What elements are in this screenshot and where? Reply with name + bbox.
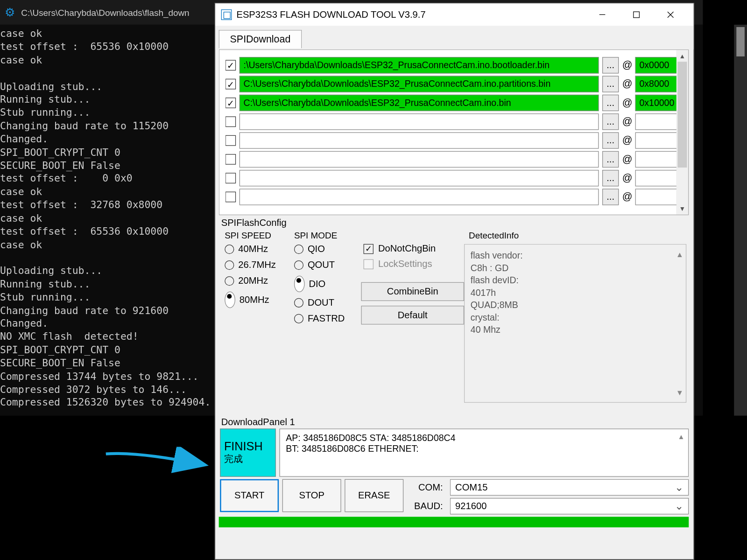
spi-speed-option[interactable]: 20MHz xyxy=(225,276,292,287)
spiflashconfig-label: SPIFlashConfig xyxy=(215,215,693,229)
spi-speed-label: SPI SPEED xyxy=(222,229,292,244)
file-row: ... @ xyxy=(226,150,683,168)
stop-button[interactable]: STOP xyxy=(282,479,341,512)
file-address-input[interactable] xyxy=(635,170,683,186)
tab-strip: SPIDownload xyxy=(215,26,693,49)
browse-button[interactable]: ... xyxy=(602,57,619,73)
file-address-input[interactable]: 0x0000 xyxy=(635,57,683,73)
flash-tool-window: ESP32S3 FLASH DOWNLOAD TOOL V3.9.7 SPIDo… xyxy=(215,3,694,560)
downloadpanel-label: DownloadPanel 1 xyxy=(215,413,693,429)
file-checkbox[interactable] xyxy=(226,60,236,70)
spi-mode-label: SPI MODE xyxy=(292,229,361,244)
annotation-arrow xyxy=(103,447,211,482)
tab-spidownload[interactable]: SPIDownload xyxy=(219,30,302,48)
at-symbol: @ xyxy=(622,191,632,203)
file-path-input[interactable] xyxy=(240,113,599,130)
spi-mode-option[interactable]: DIO xyxy=(294,276,361,292)
spi-mode-option[interactable]: DOUT xyxy=(294,297,361,308)
browse-button[interactable]: ... xyxy=(602,132,619,148)
com-select[interactable]: COM15 xyxy=(450,479,689,496)
radio-icon xyxy=(225,292,235,308)
at-symbol: @ xyxy=(622,78,632,90)
spi-speed-option[interactable]: 80MHz xyxy=(225,292,292,308)
status-line1: FINISH xyxy=(224,440,272,453)
at-symbol: @ xyxy=(622,59,632,71)
file-address-input[interactable] xyxy=(635,132,683,148)
file-path-input[interactable]: C:\Users\Charybda\Downloads\ESP32_PrusaC… xyxy=(240,76,599,92)
file-checkbox[interactable] xyxy=(226,98,236,108)
start-button[interactable]: START xyxy=(220,479,279,512)
file-path-input[interactable] xyxy=(240,151,599,168)
file-checkbox[interactable] xyxy=(226,79,236,90)
file-address-input[interactable]: 0x8000 xyxy=(635,76,683,92)
browse-button[interactable]: ... xyxy=(602,151,619,168)
browse-button[interactable]: ... xyxy=(602,113,619,130)
browse-button[interactable]: ... xyxy=(602,76,619,92)
file-list-pane: :\Users\Charybda\Downloads\ESP32_PrusaCo… xyxy=(219,49,689,215)
at-symbol: @ xyxy=(622,134,632,146)
file-list-scrollbar[interactable]: ▲▼ xyxy=(677,50,688,215)
radio-icon xyxy=(294,245,303,254)
checkbox-icon xyxy=(364,244,374,253)
scroll-up-icon[interactable]: ▲ xyxy=(677,433,684,441)
file-path-input[interactable]: C:\Users\Charybda\Downloads\ESP32_PrusaC… xyxy=(240,95,599,111)
browse-button[interactable]: ... xyxy=(602,189,619,205)
file-path-input[interactable] xyxy=(240,189,599,205)
radio-icon xyxy=(225,245,234,254)
status-line2: 完成 xyxy=(224,453,272,465)
browse-button[interactable]: ... xyxy=(602,170,619,186)
detectedinfo-text: flash vendor: C8h : GD flash devID: 4017… xyxy=(471,251,523,335)
terminal-title-text: C:\Users\Charybda\Downloads\flash_down xyxy=(21,7,189,17)
file-row: ... @ xyxy=(226,188,683,206)
at-symbol: @ xyxy=(622,172,632,184)
radio-icon xyxy=(225,276,234,286)
locksettings-checkbox[interactable]: LockSettings xyxy=(361,259,464,269)
status-box: FINISH 完成 xyxy=(220,428,276,476)
file-row: C:\Users\Charybda\Downloads\ESP32_PrusaC… xyxy=(226,93,683,112)
radio-icon xyxy=(294,314,303,323)
radio-icon xyxy=(294,298,303,308)
file-row: :\Users\Charybda\Downloads\ESP32_PrusaCo… xyxy=(226,56,683,75)
scroll-up-icon[interactable]: ▲ xyxy=(676,248,684,260)
checkbox-icon xyxy=(364,259,374,269)
file-path-input[interactable]: :\Users\Charybda\Downloads\ESP32_PrusaCo… xyxy=(240,57,599,73)
file-checkbox[interactable] xyxy=(226,135,236,146)
detectedinfo-label: DetectedInfo xyxy=(464,229,686,244)
mac-info-box: AP: 3485186D08C5 STA: 3485186D08C4 BT: 3… xyxy=(279,428,689,476)
maximize-button[interactable] xyxy=(620,4,654,26)
minimize-button[interactable] xyxy=(585,4,620,26)
at-symbol: @ xyxy=(622,116,632,127)
file-path-input[interactable] xyxy=(240,132,599,148)
erase-button[interactable]: ERASE xyxy=(345,479,403,512)
radio-icon xyxy=(294,276,305,292)
file-checkbox[interactable] xyxy=(226,154,236,165)
file-checkbox[interactable] xyxy=(226,173,236,183)
baud-select[interactable]: 921600 xyxy=(450,498,689,514)
file-address-input[interactable] xyxy=(635,151,683,168)
spi-mode-option[interactable]: QOUT xyxy=(294,260,361,271)
browse-button[interactable]: ... xyxy=(602,95,619,111)
file-address-input[interactable] xyxy=(635,113,683,130)
file-row: ... @ xyxy=(226,131,683,150)
donotchgbin-checkbox[interactable]: DoNotChgBin xyxy=(361,244,464,254)
file-path-input[interactable] xyxy=(240,170,599,186)
app-icon xyxy=(221,9,232,20)
gear-icon: ⚙ xyxy=(5,5,15,19)
default-button[interactable]: Default xyxy=(361,306,464,324)
close-button[interactable] xyxy=(654,4,688,26)
scroll-down-icon[interactable]: ▼ xyxy=(676,386,684,399)
file-address-input[interactable] xyxy=(635,189,683,205)
file-row: C:\Users\Charybda\Downloads\ESP32_PrusaC… xyxy=(226,75,683,93)
baud-label: BAUD: xyxy=(407,501,445,511)
terminal-scrollbar[interactable] xyxy=(734,25,747,416)
file-address-input[interactable]: 0x10000 xyxy=(635,95,683,111)
spi-speed-option[interactable]: 40MHz xyxy=(225,244,292,255)
spi-mode-option[interactable]: QIO xyxy=(294,244,361,255)
spi-mode-option[interactable]: FASTRD xyxy=(294,313,361,324)
file-checkbox[interactable] xyxy=(226,116,236,127)
combinebin-button[interactable]: CombineBin xyxy=(361,282,464,301)
spi-speed-option[interactable]: 26.7MHz xyxy=(225,260,292,271)
file-row: ... @ xyxy=(226,169,683,188)
window-titlebar[interactable]: ESP32S3 FLASH DOWNLOAD TOOL V3.9.7 xyxy=(215,4,693,26)
file-checkbox[interactable] xyxy=(226,192,236,203)
